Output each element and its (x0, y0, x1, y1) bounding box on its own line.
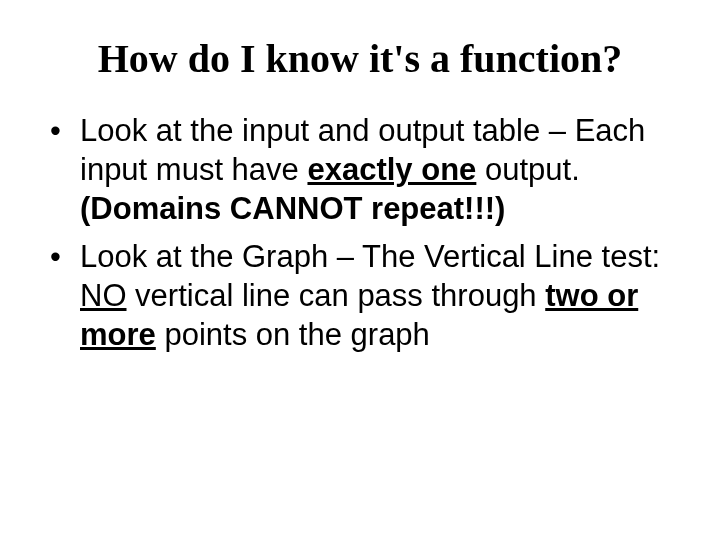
list-item: Look at the input and output table – Eac… (40, 112, 680, 228)
text-segment: points on the graph (156, 317, 430, 352)
text-segment: vertical line can pass through (127, 278, 546, 313)
bold-text: (Domains CANNOT repeat!!!) (80, 191, 505, 226)
emphasized-text: exactly one (307, 152, 476, 187)
slide-title: How do I know it's a function? (40, 35, 680, 82)
text-segment: Look at the Graph – The Vertical Line te… (80, 239, 660, 274)
text-segment: output. (476, 152, 579, 187)
underlined-text: NO (80, 278, 127, 313)
bullet-list: Look at the input and output table – Eac… (40, 112, 680, 355)
list-item: Look at the Graph – The Vertical Line te… (40, 238, 680, 354)
